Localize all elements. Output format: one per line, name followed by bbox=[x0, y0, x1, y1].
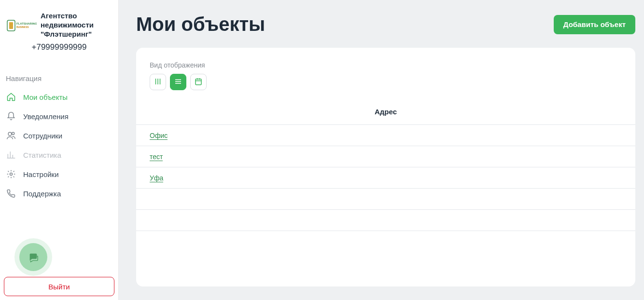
svg-point-6 bbox=[10, 173, 13, 176]
home-icon bbox=[6, 92, 16, 102]
nav-label: Уведомления bbox=[23, 112, 69, 121]
page-title: Мои объекты bbox=[136, 14, 265, 35]
view-toggle bbox=[136, 74, 635, 99]
nav-title: Навигация bbox=[0, 74, 118, 82]
calendar-icon bbox=[194, 77, 203, 87]
table-header: Адрес bbox=[136, 99, 635, 125]
nav-label: Сотрудники bbox=[23, 132, 62, 140]
gear-icon bbox=[6, 169, 16, 179]
table-row: тест bbox=[136, 146, 635, 167]
svg-rect-1 bbox=[9, 22, 13, 29]
chat-widget[interactable] bbox=[19, 243, 47, 271]
list-icon bbox=[174, 77, 182, 87]
svg-text:BUSINESS: BUSINESS bbox=[16, 26, 29, 28]
bell-icon bbox=[6, 111, 16, 122]
nav-item-settings[interactable]: Настройки bbox=[0, 164, 118, 184]
profile: FLATSHARING BUSINESS Агентство недвижимо… bbox=[0, 0, 118, 57]
object-link[interactable]: Уфа bbox=[150, 174, 163, 182]
header: Мои объекты Добавить объект bbox=[136, 14, 635, 35]
phone-icon bbox=[6, 188, 16, 199]
object-link[interactable]: тест bbox=[150, 153, 163, 161]
nav-item-employees[interactable]: Сотрудники bbox=[0, 126, 118, 145]
chart-icon bbox=[6, 150, 16, 160]
object-link[interactable]: Офис bbox=[150, 132, 168, 140]
svg-rect-7 bbox=[196, 79, 201, 84]
panel: Вид отображения bbox=[136, 48, 635, 286]
nav-item-statistics: Статистика bbox=[0, 145, 118, 164]
logo: FLATSHARING BUSINESS bbox=[7, 18, 37, 33]
table-row: Офис bbox=[136, 125, 635, 146]
users-icon bbox=[6, 130, 16, 141]
svg-text:FLATSHARING: FLATSHARING bbox=[16, 22, 37, 25]
nav-label: Настройки bbox=[23, 170, 59, 178]
nav-label: Статистика bbox=[23, 151, 61, 159]
table-row bbox=[136, 189, 635, 210]
nav-item-notifications[interactable]: Уведомления bbox=[0, 107, 118, 126]
view-columns-button[interactable] bbox=[150, 74, 166, 90]
view-calendar-button[interactable] bbox=[190, 74, 207, 90]
main: Мои объекты Добавить объект Вид отображе… bbox=[119, 0, 644, 300]
agency-name: Агентство недвижимости "Флэтшеринг" bbox=[41, 12, 113, 39]
columns-icon bbox=[154, 77, 162, 87]
table-row: Уфа bbox=[136, 167, 635, 189]
objects-table: Адрес Офис тест Уфа bbox=[136, 99, 635, 231]
view-list-button[interactable] bbox=[170, 74, 186, 90]
nav-item-my-objects[interactable]: Мои объекты bbox=[0, 87, 118, 107]
view-label: Вид отображения bbox=[136, 61, 635, 69]
col-address: Адрес bbox=[150, 108, 622, 116]
svg-point-4 bbox=[8, 133, 12, 136]
logout-button[interactable]: Выйти bbox=[4, 277, 114, 296]
svg-point-5 bbox=[12, 133, 14, 135]
nav-item-support[interactable]: Поддержка bbox=[0, 184, 118, 203]
sidebar: FLATSHARING BUSINESS Агентство недвижимо… bbox=[0, 0, 119, 300]
nav-label: Мои объекты bbox=[23, 93, 68, 101]
table-row bbox=[136, 210, 635, 231]
phone: +79999999999 bbox=[5, 42, 113, 52]
add-object-button[interactable]: Добавить объект bbox=[554, 15, 635, 34]
nav: Мои объекты Уведомления Сотрудники Стати… bbox=[0, 87, 118, 203]
nav-label: Поддержка bbox=[23, 190, 61, 198]
